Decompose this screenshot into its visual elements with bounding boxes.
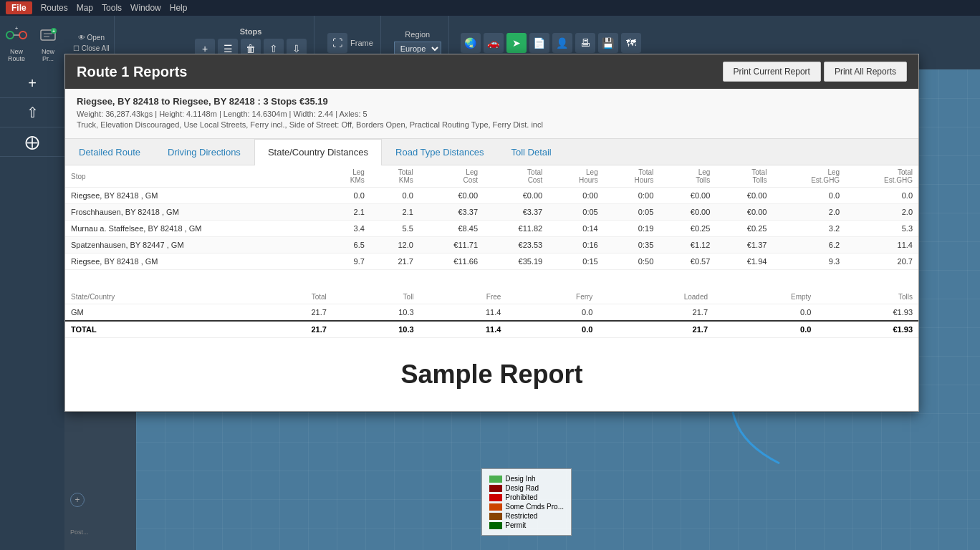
stops-row-4: Riegsee, BY 82418 , GM 9.7 21.7 €11.66 €… [65, 254, 918, 270]
map-menu[interactable]: Map [77, 3, 93, 13]
cell-leg-hours-2: 0:14 [548, 221, 604, 237]
state-tolls: €1.93 [817, 304, 918, 322]
total-free: 11.4 [420, 321, 507, 337]
report-body: Riegsee, BY 82418 to Riegsee, BY 82418 :… [65, 89, 918, 411]
map-legend: Desig Inh Desig Rad Prohibited Some Cmds… [481, 468, 572, 536]
window-menu[interactable]: Window [130, 3, 161, 13]
new-route-button[interactable]: + New Route [2, 21, 31, 65]
tab-toll[interactable]: Toll Detail [497, 139, 565, 165]
cell-total-ghg-4: 20.7 [845, 254, 918, 270]
col-s-ferry: Ferry [506, 290, 598, 304]
people-icon[interactable]: 👤 [552, 33, 572, 53]
sidebar-add-stop-button[interactable]: ⨁ [0, 127, 64, 157]
state-total-row: TOTAL 21.7 10.3 11.4 0.0 21.7 0.0 €1.93 [65, 321, 918, 337]
legend-color-3 [489, 494, 502, 501]
cell-total-hours-2: 0:19 [604, 221, 660, 237]
frame-label: Frame [350, 39, 373, 47]
legend-label-2: Desig Rad [505, 484, 539, 492]
legend-item-5: Restricted [489, 512, 564, 520]
state-table-container: State/Country Total Toll Free Ferry Load… [65, 290, 918, 337]
col-leg-km: LegKMs [323, 165, 370, 188]
cell-total-km-4: 21.7 [370, 254, 419, 270]
cell-leg-tolls-0: €0.00 [659, 188, 716, 204]
document-icon[interactable]: 📄 [529, 33, 549, 53]
cell-total-ghg-2: 5.3 [845, 221, 918, 237]
state-ferry: 0.0 [506, 304, 598, 322]
postcode-label[interactable]: Post... [70, 529, 89, 536]
tab-detailed[interactable]: Detailed Route [65, 139, 154, 165]
col-s-empty: Empty [714, 290, 817, 304]
new-route-icon: + [5, 24, 28, 47]
tools-menu[interactable]: Tools [102, 3, 122, 13]
printer-icon[interactable]: 🖶 [575, 33, 595, 53]
add-stop-btn[interactable]: + [70, 493, 85, 507]
state-free: 11.4 [420, 304, 507, 322]
total-empty: 0.0 [714, 321, 817, 337]
total-toll: 10.3 [332, 321, 420, 337]
total-tolls: €1.93 [817, 321, 918, 337]
add-circle-icon[interactable]: + [70, 493, 85, 507]
col-leg-cost: LegCost [419, 165, 484, 188]
help-menu[interactable]: Help [170, 3, 188, 13]
region-label: Region [405, 30, 430, 39]
cell-stop-4: Riegsee, BY 82418 , GM [65, 254, 323, 270]
tab-driving[interactable]: Driving Directions [154, 139, 254, 165]
state-row-gm: GM 21.7 10.3 11.4 0.0 21.7 0.0 €1.93 [65, 304, 918, 322]
col-leg-hours: LegHours [548, 165, 604, 188]
close-all-button[interactable]: ☐ Close All [73, 44, 110, 52]
state-loaded: 21.7 [598, 304, 714, 322]
cell-leg-tolls-3: €1.12 [659, 237, 716, 254]
col-stop: Stop [65, 165, 323, 188]
cell-total-km-1: 2.1 [370, 204, 419, 221]
cell-leg-cost-3: €11.71 [419, 237, 484, 254]
routes-menu[interactable]: Routes [41, 3, 68, 13]
col-leg-tolls: LegTolls [659, 165, 716, 188]
print-current-button[interactable]: Print Current Report [723, 62, 821, 82]
cell-leg-hours-4: 0:15 [548, 254, 604, 270]
svg-point-1 [19, 32, 27, 39]
svg-text:+: + [15, 25, 19, 32]
export-icon[interactable]: 💾 [598, 33, 618, 53]
cell-total-km-0: 0.0 [370, 188, 419, 204]
route-icon[interactable]: 🚗 [484, 33, 504, 53]
col-s-toll: Toll [332, 290, 420, 304]
cell-total-hours-1: 0:05 [604, 204, 660, 221]
cell-leg-ghg-1: 2.0 [772, 204, 845, 221]
sidebar-new-button[interactable]: + [0, 69, 64, 98]
cell-stop-0: Riegsee, BY 82418 , GM [65, 188, 323, 204]
tab-state[interactable]: State/Country Distances [254, 139, 382, 165]
state-empty: 0.0 [714, 304, 817, 322]
cell-leg-cost-1: €3.37 [419, 204, 484, 221]
stops-table: Stop LegKMs TotalKMs LegCost TotalCost L… [65, 165, 918, 270]
map2-icon[interactable]: 🗺 [621, 33, 641, 53]
new-pr-button[interactable]: + New Pr... [34, 21, 62, 65]
file-menu[interactable]: File [6, 1, 32, 14]
frame-icon[interactable]: ⛶ [327, 33, 347, 53]
total-loaded: 21.7 [598, 321, 714, 337]
col-s-loaded: Loaded [598, 290, 714, 304]
col-total-ghg: TotalEst.GHG [845, 165, 918, 188]
sidebar: + ⇧ ⨁ [0, 69, 64, 550]
navigate-icon[interactable]: ➤ [506, 33, 527, 53]
cell-stop-1: Froschhausen, BY 82418 , GM [65, 204, 323, 221]
new-pr-label: New Pr... [37, 48, 59, 62]
legend-label-6: Permit [505, 521, 526, 529]
sidebar-expand-button[interactable]: ⇧ [0, 98, 64, 127]
tab-road[interactable]: Road Type Distances [382, 139, 497, 165]
stops-row-3: Spatzenhausen, BY 82447 , GM 6.5 12.0 €1… [65, 237, 918, 254]
report-header: Route 1 Reports Print Current Report Pri… [65, 54, 918, 89]
spacer [65, 276, 918, 284]
stops-row-2: Murnau a. Staffelsee, BY 82418 , GM 3.4 … [65, 221, 918, 237]
legend-item-4: Some Cmds Pro... [489, 503, 564, 511]
open-button[interactable]: 👁 Open [78, 34, 105, 42]
cell-leg-hours-1: 0:05 [548, 204, 604, 221]
total-label: TOTAL [65, 321, 245, 337]
state-name: GM [65, 304, 245, 322]
print-all-button[interactable]: Print All Reports [824, 62, 907, 82]
legend-item-2: Desig Rad [489, 484, 564, 492]
cell-stop-2: Murnau a. Staffelsee, BY 82418 , GM [65, 221, 323, 237]
cell-total-hours-4: 0:50 [604, 254, 660, 270]
location-icon[interactable]: 🌏 [461, 33, 481, 53]
cell-leg-tolls-1: €0.00 [659, 204, 716, 221]
legend-color-4 [489, 503, 502, 511]
